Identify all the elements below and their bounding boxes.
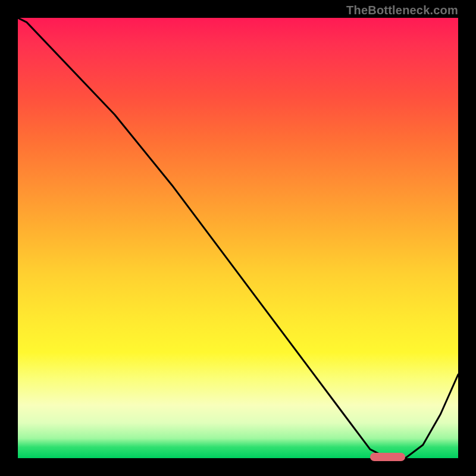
plot-area bbox=[18, 18, 458, 458]
attribution-label: TheBottleneck.com bbox=[346, 4, 458, 17]
optimal-marker bbox=[370, 453, 405, 461]
curve-svg bbox=[18, 18, 458, 458]
chart-frame: TheBottleneck.com bbox=[0, 0, 476, 476]
chart-curve bbox=[18, 18, 458, 458]
